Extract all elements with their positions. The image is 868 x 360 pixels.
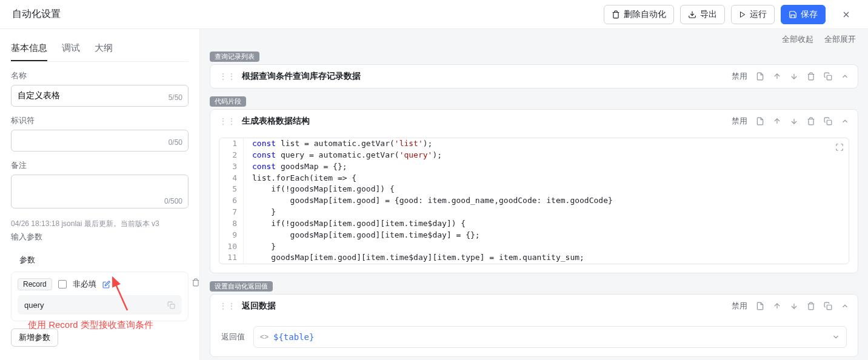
name-field-wrap: 名称 5/50 — [11, 70, 189, 107]
save-button[interactable]: 保存 — [781, 5, 826, 24]
name-char-count: 5/50 — [169, 93, 182, 102]
remark-field-wrap: 备注 0/500 — [11, 160, 189, 210]
run-button[interactable]: 运行 — [731, 5, 775, 24]
doc-icon[interactable] — [756, 72, 764, 81]
name-label: 名称 — [11, 70, 189, 81]
delete-automation-button[interactable]: 删除自动化 — [604, 5, 674, 24]
delete-step-icon[interactable] — [807, 117, 815, 125]
step-tag-1: 查询记录列表 — [210, 52, 259, 62]
identifier-field-wrap: 标识符 0/50 — [11, 115, 189, 152]
step-3-actions: 禁用 — [732, 301, 849, 312]
identifier-char-count: 0/50 — [169, 138, 182, 147]
step-card-2: ⋮⋮ 生成表格数据结构 禁用 1con — [210, 109, 858, 273]
return-value-field[interactable]: <> ${table} — [253, 326, 847, 348]
copy-step-icon[interactable] — [824, 72, 832, 81]
param-column-header: 参数 — [11, 248, 189, 272]
name-input[interactable] — [11, 85, 189, 107]
sidebar: 基本信息 调试 大纲 名称 5/50 标识符 0/50 备注 0/500 04/… — [0, 29, 200, 360]
tab-basic-info[interactable]: 基本信息 — [11, 36, 47, 61]
header-actions: 删除自动化 导出 运行 保存 — [604, 5, 856, 24]
step-2-actions: 禁用 — [732, 116, 849, 127]
param-card: Record 非必填 query — [11, 272, 189, 321]
input-params-label: 输入参数 — [11, 232, 189, 242]
header: 自动化设置 删除自动化 导出 运行 保存 — [0, 0, 868, 29]
svg-marker-0 — [741, 12, 745, 17]
step-card-3: ⋮⋮ 返回数据 禁用 返回值 <> ${table} — [210, 294, 858, 357]
move-down-icon[interactable] — [790, 117, 798, 125]
step-card-1: ⋮⋮ 根据查询条件查询库存记录数据 禁用 — [210, 64, 858, 88]
collapse-icon[interactable] — [841, 302, 849, 310]
return-value-label: 返回值 — [221, 332, 245, 342]
save-icon — [789, 10, 797, 19]
param-name-input[interactable]: query — [18, 295, 182, 315]
main-topbar: 全部收起 全部展开 — [210, 29, 858, 51]
svg-rect-3 — [170, 304, 175, 308]
delete-step-icon[interactable] — [807, 72, 815, 81]
param-type-tag[interactable]: Record — [18, 278, 52, 290]
svg-rect-6 — [827, 75, 832, 80]
trash-icon — [612, 10, 620, 19]
delete-step-icon[interactable] — [807, 302, 815, 310]
param-optional-checkbox[interactable] — [58, 280, 67, 288]
step-tag-2: 代码片段 — [210, 96, 246, 107]
add-param-button[interactable]: 新增参数 — [11, 328, 58, 347]
remark-input[interactable] — [11, 175, 189, 208]
svg-rect-12 — [827, 305, 832, 310]
param-optional-label: 非必填 — [73, 279, 96, 290]
chevron-down-icon[interactable] — [832, 333, 840, 341]
svg-rect-9 — [827, 120, 832, 125]
copy-icon[interactable] — [167, 301, 175, 309]
move-up-icon[interactable] — [773, 302, 781, 310]
export-icon — [688, 10, 696, 19]
page-title: 自动化设置 — [12, 8, 61, 21]
expand-all-button[interactable]: 全部展开 — [824, 34, 856, 45]
code-icon: <> — [260, 333, 269, 341]
step-3-title: 返回数据 — [242, 301, 276, 312]
annotation-text: 使用 Record 类型接收查询条件 — [28, 319, 153, 331]
copy-step-icon[interactable] — [824, 117, 832, 125]
tab-outline[interactable]: 大纲 — [95, 36, 113, 61]
move-up-icon[interactable] — [773, 72, 781, 81]
close-icon[interactable] — [836, 7, 856, 22]
doc-icon[interactable] — [756, 117, 764, 125]
export-button[interactable]: 导出 — [680, 5, 725, 24]
fullscreen-icon[interactable] — [835, 143, 844, 152]
step-2-title: 生成表格数据结构 — [242, 116, 310, 127]
edit-icon[interactable] — [102, 281, 110, 288]
drag-handle-icon[interactable]: ⋮⋮ — [219, 301, 236, 311]
move-up-icon[interactable] — [773, 117, 781, 125]
collapse-icon[interactable] — [841, 72, 849, 81]
identifier-input[interactable] — [11, 130, 189, 152]
return-value-text: ${table} — [273, 332, 827, 342]
meta-text: 04/26 18:13:18 jsonlai 最后更新。当前版本 v3 — [11, 219, 189, 229]
remark-label: 备注 — [11, 160, 189, 171]
tab-debug[interactable]: 调试 — [62, 36, 80, 61]
collapse-all-button[interactable]: 全部收起 — [782, 34, 813, 45]
copy-step-icon[interactable] — [824, 302, 832, 310]
sidebar-tabs: 基本信息 调试 大纲 — [11, 36, 189, 62]
step-1-title: 根据查询条件查询库存记录数据 — [242, 71, 361, 82]
main-content: 全部收起 全部展开 查询记录列表 ⋮⋮ 根据查询条件查询库存记录数据 禁用 — [200, 29, 868, 360]
disable-button[interactable]: 禁用 — [732, 71, 747, 82]
move-down-icon[interactable] — [790, 302, 798, 310]
identifier-label: 标识符 — [11, 115, 189, 126]
drag-handle-icon[interactable]: ⋮⋮ — [219, 116, 236, 126]
disable-button[interactable]: 禁用 — [732, 116, 747, 127]
remark-char-count: 0/500 — [164, 197, 182, 205]
step-tag-3: 设置自动化返回值 — [210, 281, 273, 292]
doc-icon[interactable] — [756, 302, 764, 310]
play-icon — [739, 11, 746, 18]
disable-button[interactable]: 禁用 — [732, 301, 747, 312]
delete-param-icon[interactable] — [192, 278, 200, 287]
move-down-icon[interactable] — [790, 72, 798, 81]
code-editor[interactable]: 1const list = automatic.getVar('list'); … — [219, 138, 849, 264]
step-1-actions: 禁用 — [732, 71, 849, 82]
collapse-icon[interactable] — [841, 117, 849, 125]
drag-handle-icon[interactable]: ⋮⋮ — [219, 72, 236, 81]
